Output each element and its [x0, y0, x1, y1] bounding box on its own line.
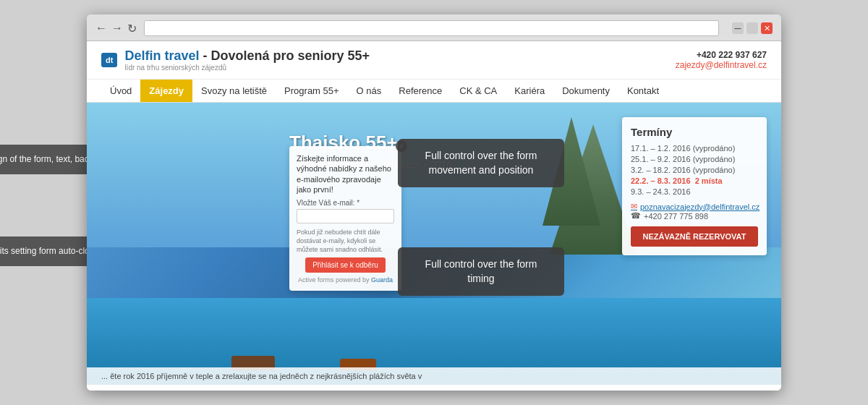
browser-window: ← → ↻ – ✕ dt [87, 14, 781, 391]
nav-item-reference[interactable]: Reference [390, 80, 451, 102]
nav-item-zajezdy[interactable]: Zájezdy [140, 80, 192, 102]
phone-number: +420 222 937 627 [676, 50, 767, 60]
nav-item-svozy[interactable]: Svozy na letiště [192, 80, 276, 102]
webpage: dt Delfin travel - Dovolená pro seniory … [87, 41, 781, 391]
main-content: Thajsko 55+ Velký okruh Jižním Thajskem … [87, 103, 781, 385]
guarda-link[interactable]: Guarda [371, 276, 393, 284]
nav-item-dokumenty[interactable]: Dokumenty [553, 80, 618, 102]
logo-brand: Delfin travel - Dovolená pro seniory 55+ [124, 48, 370, 63]
email-input[interactable] [297, 209, 394, 223]
maximize-button[interactable] [746, 22, 758, 34]
email-form-box: × Získejte informace a výhodné nabídky z… [289, 146, 401, 291]
logo-abbrev: dt [106, 56, 113, 64]
address-bar[interactable] [144, 20, 719, 36]
nav-item-onas[interactable]: O nás [348, 80, 391, 102]
terminy-heading: Termíny [631, 126, 758, 138]
nav-item-kontakt[interactable]: Kontakt [618, 80, 668, 102]
nav-item-uvod[interactable]: Úvod [101, 80, 140, 102]
nav-item-program[interactable]: Program 55+ [276, 80, 348, 102]
terminy-phone: ☎ +420 277 775 898 [631, 211, 758, 221]
terminy-box: Termíny 17.1. – 1.2. 2016 (vyprodáno) 25… [622, 117, 767, 255]
forward-button[interactable]: → [111, 22, 123, 35]
nav-item-kariera[interactable]: Kariéra [506, 80, 553, 102]
browser-controls: ← → ↻ [95, 22, 137, 35]
back-button[interactable]: ← [95, 22, 107, 35]
terminy-date-1: 17.1. – 1.2. 2016 (vyprodáno) [631, 144, 758, 153]
logo-box: dt [101, 53, 117, 67]
close-button[interactable]: ✕ [761, 22, 773, 34]
terminy-date-4: 22.2. – 8.3. 2016 2 místa [631, 176, 758, 185]
form-email-label: Vložte Váš e-mail: * [297, 199, 394, 207]
tooltip-movement: Full control over the formmovement and p… [398, 139, 564, 187]
contact-info: +420 222 937 627 zajezdy@delfintravel.cz [676, 50, 767, 70]
terminy-contact: ✉ poznavacizajezdy@delfintravel.cz ☎ +42… [631, 202, 758, 221]
terminy-email[interactable]: ✉ poznavacizajezdy@delfintravel.cz [631, 202, 758, 211]
terminy-date-3: 3.2. – 18.2. 2016 (vyprodáno) [631, 166, 758, 174]
terminy-seats: 2 místa [695, 176, 723, 185]
form-submit-button[interactable]: Přihlásit se k odběru [305, 257, 386, 273]
nav-item-ckca[interactable]: CK & CA [451, 80, 506, 102]
reserve-button[interactable]: NEZÁVAZNĚ REZERVOVAT [631, 226, 758, 247]
tooltip-timing: Full control over the form timing [398, 247, 564, 296]
logo-area: dt Delfin travel - Dovolená pro seniory … [101, 48, 370, 72]
bottom-bar-text: ... ěte rok 2016 příjemně v teple a zrel… [101, 372, 422, 380]
tooltip-movement-text: Full control over the formmovement and p… [425, 150, 537, 176]
tooltip-timing-text: Full control over the form timing [425, 258, 537, 284]
logo-slogan: - Dovolená pro seniory 55+ [203, 48, 370, 63]
bottom-bar: ... ěte rok 2016 příjemně v teple a zrel… [87, 367, 781, 385]
site-header: dt Delfin travel - Dovolená pro seniory … [87, 41, 781, 80]
form-title: Získejte informace a výhodné nabídky z n… [297, 153, 394, 195]
terminy-date-5: 9.3. – 24.3. 2016 [631, 187, 758, 196]
minimize-button[interactable]: – [732, 22, 744, 34]
form-note: Pokud již nebudete chtít dále dostávat e… [297, 229, 394, 254]
email-link[interactable]: zajezdy@delfintravel.cz [676, 60, 767, 70]
form-powered-by: Active forms powered by Guarda [297, 276, 394, 284]
refresh-button[interactable]: ↻ [127, 22, 137, 35]
browser-chrome: ← → ↻ – ✕ [87, 14, 781, 41]
logo-tagline: lídr na trhu seniorských zájezdů [124, 64, 370, 72]
terminy-date-2: 25.1. – 9.2. 2016 (vyprodáno) [631, 155, 758, 163]
site-nav: Úvod Zájezdy Svozy na letiště Program 55… [87, 80, 781, 103]
